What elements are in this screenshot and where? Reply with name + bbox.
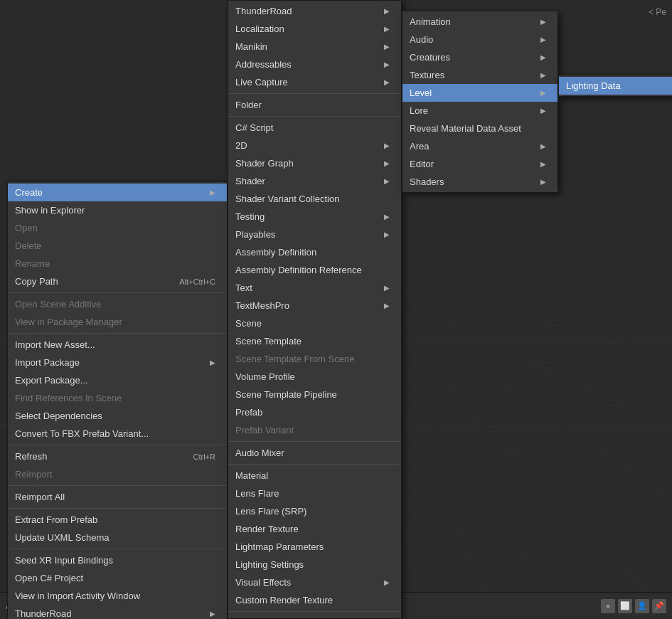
menu-item-rename: Rename: [8, 255, 227, 273]
reimport-all-label: Reimport All: [15, 492, 215, 502]
reimport-label: Reimport: [15, 469, 215, 480]
create-playables[interactable]: Playables ▶: [228, 226, 401, 243]
create-audio-mixer[interactable]: Audio Mixer: [228, 444, 401, 462]
menu-item-import-new-asset[interactable]: Import New Asset...: [8, 336, 227, 354]
menu-item-reimport: Reimport: [8, 465, 227, 483]
create-render-texture-label: Render Texture: [235, 524, 390, 534]
level-level[interactable]: Level ▶: [402, 84, 558, 102]
create-sep1: [228, 93, 401, 94]
pin-icon[interactable]: 📌: [652, 599, 666, 613]
create-localization[interactable]: Localization ▶: [228, 20, 401, 38]
lighting-data-item[interactable]: Lighting Data: [559, 77, 672, 95]
level-textures[interactable]: Textures ▶: [402, 66, 558, 84]
create-assembly-definition-reference[interactable]: Assembly Definition Reference: [228, 261, 401, 279]
create-lens-flare-srp[interactable]: Lens Flare (SRP): [228, 502, 401, 520]
create-prefab[interactable]: Prefab: [228, 403, 401, 421]
rename-label: Rename: [15, 258, 215, 269]
create-lens-flare[interactable]: Lens Flare: [228, 485, 401, 502]
create-text[interactable]: Text ▶: [228, 279, 401, 297]
menu-item-export-package[interactable]: Export Package...: [8, 371, 227, 389]
create-assembly-definition[interactable]: Assembly Definition: [228, 243, 401, 261]
level-audio[interactable]: Audio ▶: [402, 31, 558, 48]
create-shader-graph[interactable]: Shader Graph ▶: [228, 154, 401, 172]
create-sep3: [228, 441, 401, 442]
separator-2: [8, 333, 227, 334]
menu-item-seed-xr-input[interactable]: Seed XR Input Bindings: [8, 551, 227, 569]
create-textmeshpro-label: TextMeshPro: [235, 300, 378, 311]
create-assembly-definition-reference-label: Assembly Definition Reference: [235, 265, 390, 275]
level-reveal-material-data-asset[interactable]: Reveal Material Data Asset: [402, 120, 558, 137]
create-shader-variant-collection[interactable]: Shader Variant Collection: [228, 190, 401, 208]
window-icon[interactable]: ⬜: [618, 599, 632, 613]
level-level-arrow: ▶: [540, 89, 546, 97]
create-visual-effects[interactable]: Visual Effects ▶: [228, 573, 401, 591]
create-scene-template-pipeline[interactable]: Scene Template Pipeline: [228, 386, 401, 403]
separator-5: [8, 508, 227, 509]
copy-path-shortcut: Alt+Ctrl+C: [179, 277, 215, 286]
user-icon[interactable]: 👤: [635, 599, 649, 613]
menu-item-view-in-import-activity[interactable]: View in Import Activity Window: [8, 587, 227, 605]
level-shaders-label: Shaders: [410, 176, 535, 187]
lighting-data-submenu: Lighting Data: [558, 75, 672, 97]
level-animation[interactable]: Animation ▶: [402, 13, 558, 31]
menu-item-show-in-explorer[interactable]: Show in Explorer: [8, 201, 227, 219]
create-volume-profile-label: Volume Profile: [235, 371, 390, 382]
create-material[interactable]: Material: [228, 467, 401, 485]
create-sep2: [228, 116, 401, 117]
create-assembly-definition-label: Assembly Definition: [235, 247, 390, 258]
thunderroad-bottom-label: ThunderRoad: [15, 608, 204, 619]
create-scene-template[interactable]: Scene Template: [228, 332, 401, 350]
menu-item-select-dependencies[interactable]: Select Dependencies: [8, 407, 227, 425]
level-shaders[interactable]: Shaders ▶: [402, 173, 558, 191]
create-lens-flare-label: Lens Flare: [235, 488, 390, 499]
create-textmeshpro[interactable]: TextMeshPro ▶: [228, 297, 401, 314]
level-creatures-label: Creatures: [410, 52, 535, 63]
menu-item-refresh[interactable]: Refresh Ctrl+R: [8, 448, 227, 465]
menu-item-reimport-all[interactable]: Reimport All: [8, 488, 227, 506]
create-lightmap-parameters[interactable]: Lightmap Parameters: [228, 538, 401, 556]
create-folder[interactable]: Folder: [228, 96, 401, 114]
menu-item-extract-from-prefab[interactable]: Extract From Prefab: [8, 511, 227, 529]
create-volume-profile[interactable]: Volume Profile: [228, 368, 401, 386]
create-shader[interactable]: Shader ▶: [228, 172, 401, 190]
create-manikin-label: Manikin: [235, 41, 378, 52]
create-2d-arrow: ▶: [384, 142, 390, 149]
create-2d[interactable]: 2D ▶: [228, 137, 401, 154]
create-shader-label: Shader: [235, 176, 378, 186]
create-scene[interactable]: Scene: [228, 314, 401, 332]
level-lore-label: Lore: [410, 105, 535, 116]
menu-item-open-csharp-project[interactable]: Open C# Project: [8, 569, 227, 587]
create-testing[interactable]: Testing ▶: [228, 208, 401, 226]
create-custom-render-texture[interactable]: Custom Render Texture: [228, 591, 401, 609]
thunderroad-bottom-arrow: ▶: [210, 610, 215, 618]
menu-item-copy-path[interactable]: Copy Path Alt+Ctrl+C: [8, 273, 227, 290]
level-editor[interactable]: Editor ▶: [402, 155, 558, 173]
level-area[interactable]: Area ▶: [402, 137, 558, 155]
create-text-arrow: ▶: [384, 284, 390, 292]
create-audio-mixer-label: Audio Mixer: [235, 448, 390, 458]
menu-item-update-uxml-schema[interactable]: Update UXML Schema: [8, 529, 227, 546]
level-textures-arrow: ▶: [540, 71, 546, 79]
create-animator-controller[interactable]: Animator Controller: [228, 614, 401, 619]
create-csharp-script[interactable]: C# Script: [228, 119, 401, 137]
left-context-menu: Create ▶ Show in Explorer Open Delete Re…: [7, 181, 228, 619]
create-playables-arrow: ▶: [384, 231, 390, 238]
create-lightmap-parameters-label: Lightmap Parameters: [235, 541, 390, 552]
create-render-texture[interactable]: Render Texture: [228, 520, 401, 538]
create-addressables[interactable]: Addressables ▶: [228, 55, 401, 73]
menu-item-import-package[interactable]: Import Package ▶: [8, 354, 227, 371]
level-lore[interactable]: Lore ▶: [402, 102, 558, 120]
create-manikin[interactable]: Manikin ▶: [228, 38, 401, 55]
close-icon[interactable]: ×: [601, 599, 615, 613]
menu-item-convert-to-fbx[interactable]: Convert To FBX Prefab Variant...: [8, 425, 227, 443]
menu-item-create[interactable]: Create ▶: [8, 184, 227, 201]
create-thunderroad[interactable]: ThunderRoad ▶: [228, 2, 401, 20]
create-thunderroad-arrow: ▶: [384, 7, 390, 15]
create-live-capture[interactable]: Live Capture ▶: [228, 73, 401, 91]
view-in-package-manager-label: View in Package Manager: [15, 317, 215, 327]
create-prefab-variant: Prefab Variant: [228, 421, 401, 439]
create-lighting-settings[interactable]: Lighting Settings: [228, 556, 401, 573]
create-material-label: Material: [235, 470, 390, 481]
menu-item-thunderroad-bottom[interactable]: ThunderRoad ▶: [8, 605, 227, 619]
level-creatures[interactable]: Creatures ▶: [402, 48, 558, 66]
